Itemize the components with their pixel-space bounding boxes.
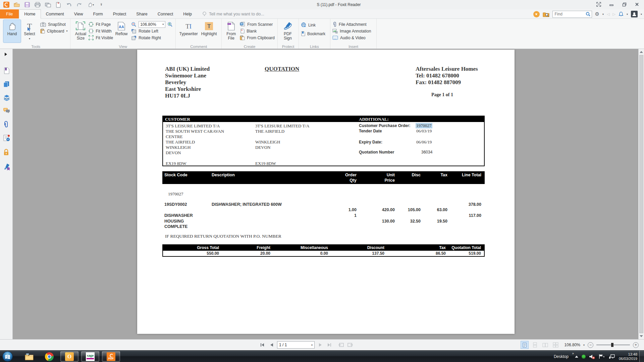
typewriter-button[interactable]: TI Typewriter bbox=[178, 20, 199, 43]
zoom-dropdown-arrow[interactable]: ▾ bbox=[162, 23, 164, 26]
hand-tool-button[interactable]: Hand bbox=[3, 20, 21, 43]
tab-protect[interactable]: Protect bbox=[108, 9, 131, 18]
layers-panel-icon[interactable] bbox=[3, 94, 10, 101]
continuous-facing-view-button[interactable] bbox=[552, 341, 559, 349]
bookmark-button[interactable]: Bookmark bbox=[301, 31, 325, 37]
page-thumbnails-panel-icon[interactable] bbox=[3, 81, 10, 87]
zoom-slider-handle[interactable] bbox=[611, 343, 613, 347]
taskbar-chrome-button[interactable] bbox=[40, 351, 58, 362]
digital-signatures-panel-icon[interactable] bbox=[3, 134, 10, 142]
from-clipboard-button[interactable]: From Clipboard bbox=[240, 35, 275, 41]
tab-connect[interactable]: Connect bbox=[153, 9, 178, 18]
tab-form[interactable]: Form bbox=[88, 9, 108, 18]
notifications-bell-icon[interactable] bbox=[619, 11, 624, 17]
scrollbar-thumb[interactable] bbox=[639, 55, 643, 333]
bell-dropdown-arrow[interactable]: ▾ bbox=[627, 13, 628, 16]
new-document-icon[interactable]: * bbox=[55, 1, 62, 8]
zoom-out-button[interactable]: − bbox=[588, 342, 593, 348]
expand-panel-icon[interactable] bbox=[4, 52, 7, 56]
find-box[interactable] bbox=[552, 11, 592, 18]
history-back-icon[interactable]: ◁ bbox=[607, 12, 609, 16]
taskbar-foxit-button[interactable]: PDF bbox=[102, 351, 120, 362]
close-button[interactable] bbox=[631, 0, 643, 9]
pdf-page[interactable]: ABI (UK) Limited Swinemoor Lane Beverley… bbox=[137, 50, 515, 334]
tab-home[interactable]: Home bbox=[19, 9, 41, 19]
tray-clock[interactable]: 13:48 06/03/2019 bbox=[619, 352, 637, 361]
zoom-level-combobox[interactable]: 106.80% ▾ bbox=[139, 21, 165, 28]
vertical-scrollbar[interactable] bbox=[638, 49, 644, 339]
donate-heart-icon[interactable]: ♥ bbox=[533, 11, 540, 17]
zoom-in-icon[interactable] bbox=[167, 22, 173, 27]
blank-button[interactable]: * Blank bbox=[240, 28, 275, 34]
page-dropdown-arrow[interactable]: ▾ bbox=[311, 344, 313, 347]
clipboard-button[interactable]: Clipboard ▾ bbox=[40, 28, 67, 34]
rotate-left-button[interactable]: Rotate Left bbox=[131, 28, 173, 34]
show-hidden-icons-button[interactable] bbox=[575, 356, 578, 358]
find-search-icon[interactable] bbox=[586, 12, 590, 16]
facing-view-button[interactable] bbox=[542, 341, 549, 349]
scroll-up-arrow[interactable] bbox=[640, 51, 643, 53]
po-value[interactable]: 1970027 bbox=[416, 123, 432, 128]
from-file-button[interactable]: From File bbox=[224, 20, 238, 43]
single-page-view-button[interactable] bbox=[521, 341, 528, 349]
scroll-down-arrow[interactable] bbox=[640, 335, 643, 337]
next-page-button[interactable] bbox=[317, 341, 324, 349]
page-number-box[interactable]: 1 / 1 ▾ bbox=[277, 341, 315, 349]
image-annotation-button[interactable]: Image Annotation bbox=[332, 28, 371, 34]
document-canvas[interactable]: ABI (UK) Limited Swinemoor Lane Beverley… bbox=[13, 49, 638, 339]
taskbar-sage-button[interactable]: sage bbox=[81, 351, 99, 362]
search-folder-icon[interactable] bbox=[543, 11, 549, 17]
tab-file[interactable]: File bbox=[0, 9, 19, 18]
minimize-button[interactable] bbox=[605, 0, 618, 9]
zoom-slider[interactable] bbox=[596, 345, 630, 345]
tray-status-icon[interactable] bbox=[582, 355, 586, 359]
start-button[interactable] bbox=[2, 351, 13, 362]
print-icon[interactable] bbox=[34, 1, 41, 8]
link-button[interactable]: Link bbox=[301, 22, 325, 28]
fit-visible-button[interactable]: Fit Visible bbox=[89, 35, 113, 41]
tab-comment[interactable]: Comment bbox=[41, 9, 69, 18]
bookmarks-panel-icon[interactable] bbox=[3, 67, 10, 74]
actual-size-button[interactable]: Actual Size bbox=[72, 20, 89, 43]
attachments-panel-icon[interactable] bbox=[3, 121, 9, 128]
action-center-flag-icon[interactable] bbox=[598, 354, 605, 359]
history-forward-icon[interactable]: ▷ bbox=[613, 12, 615, 16]
hand-tool-quick-icon[interactable]: ▾ bbox=[86, 1, 96, 8]
audio-video-button[interactable]: Audio & Video bbox=[332, 35, 371, 41]
last-page-button[interactable] bbox=[326, 341, 333, 349]
account-dropdown-arrow[interactable]: ▾ bbox=[641, 13, 642, 16]
next-view-button[interactable] bbox=[347, 341, 354, 349]
rotate-right-button[interactable]: Rotate Right bbox=[131, 35, 173, 41]
reflow-button[interactable]: AA Reflow bbox=[113, 20, 130, 43]
settings-dropdown-arrow[interactable]: ▾ bbox=[602, 13, 604, 16]
tab-view[interactable]: View bbox=[69, 9, 88, 18]
clipboard-dropdown-arrow[interactable]: ▾ bbox=[66, 29, 67, 33]
previous-page-button[interactable] bbox=[268, 341, 275, 349]
file-attachment-button[interactable]: File Attachment bbox=[332, 21, 371, 27]
statusbar-zoom-dropdown[interactable]: ▾ bbox=[583, 344, 585, 347]
volume-muted-icon[interactable] bbox=[589, 354, 595, 359]
redo-icon[interactable] bbox=[75, 1, 83, 8]
desktop-toolbar-label[interactable]: Desktop» bbox=[554, 354, 569, 359]
find-input[interactable] bbox=[555, 12, 582, 16]
pdf-sign-button[interactable]: PDF Sign bbox=[280, 20, 296, 43]
previous-view-button[interactable] bbox=[338, 341, 344, 349]
undo-icon[interactable] bbox=[65, 1, 72, 8]
sign-panel-icon[interactable] bbox=[3, 163, 10, 170]
snapshot-button[interactable]: SnapShot bbox=[40, 21, 67, 27]
customize-toolbar-icon[interactable]: ▾ bbox=[99, 1, 104, 8]
fullscreen-button[interactable] bbox=[592, 0, 605, 9]
toolbar-chevron[interactable]: » bbox=[572, 352, 573, 355]
tell-me-search[interactable]: Tell me what you want to do... bbox=[202, 9, 264, 18]
foxit-logo-icon[interactable] bbox=[3, 1, 10, 8]
security-panel-icon[interactable] bbox=[3, 149, 9, 156]
taskbar-explorer-button[interactable] bbox=[20, 351, 38, 362]
hand-dropdown-arrow[interactable]: ▾ bbox=[93, 3, 94, 6]
account-avatar[interactable] bbox=[631, 11, 638, 17]
from-scanner-button[interactable]: From Scanner bbox=[240, 21, 275, 27]
network-icon[interactable] bbox=[608, 354, 615, 359]
select-tool-button[interactable]: T Select ▾ bbox=[21, 20, 38, 43]
first-page-button[interactable] bbox=[259, 341, 266, 349]
continuous-view-button[interactable] bbox=[531, 341, 539, 349]
highlight-button[interactable]: T Highlight bbox=[199, 20, 219, 43]
